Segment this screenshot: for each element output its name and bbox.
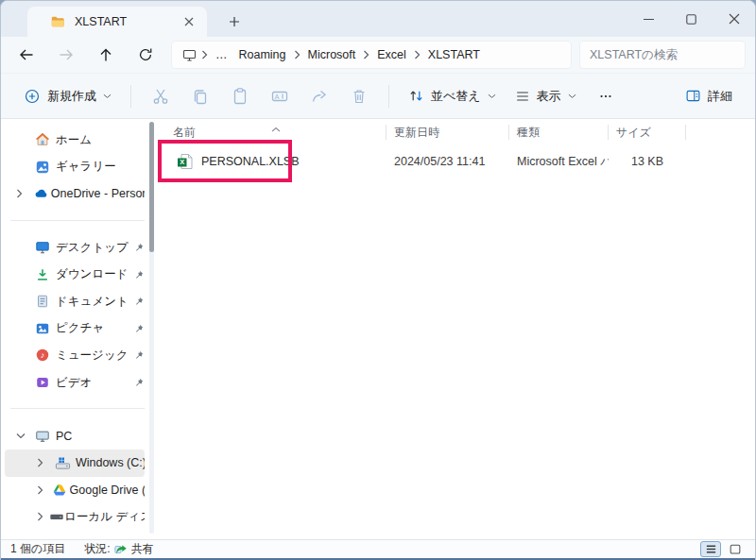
sidebar-item-pc[interactable]: PC xyxy=(5,422,145,450)
sidebar-item-pictures[interactable]: ピクチャ xyxy=(5,315,145,343)
expand-chevron-icon[interactable] xyxy=(37,512,49,521)
back-button[interactable] xyxy=(10,41,43,69)
videos-icon xyxy=(35,375,56,390)
column-name[interactable]: 名前 xyxy=(158,122,387,143)
toolbar-divider xyxy=(130,85,131,108)
sidebar-item-documents[interactable]: ドキュメント xyxy=(5,288,145,315)
view-button[interactable]: 表示 xyxy=(506,80,586,112)
paste-icon xyxy=(231,87,249,106)
chevron-right-icon[interactable] xyxy=(412,50,422,59)
search-box[interactable] xyxy=(579,41,746,69)
home-icon xyxy=(35,132,56,147)
pin-icon xyxy=(133,296,145,307)
sidebar-item-videos[interactable]: ビデオ xyxy=(5,369,145,397)
breadcrumb-xlstart[interactable]: XLSTART xyxy=(422,46,486,63)
cut-button[interactable] xyxy=(141,80,180,112)
chevron-right-icon[interactable] xyxy=(199,50,210,59)
sidebar-item-label: OneDrive - Personal xyxy=(51,187,145,200)
pin-icon xyxy=(133,269,145,280)
pc-icon xyxy=(35,429,56,444)
search-input[interactable] xyxy=(590,48,735,61)
sort-button[interactable]: 並べ替え xyxy=(399,80,506,112)
plus-circle-icon xyxy=(24,88,41,105)
refresh-button[interactable] xyxy=(129,41,162,69)
share-icon xyxy=(310,87,329,106)
copy-button[interactable] xyxy=(180,80,220,112)
forward-button[interactable] xyxy=(50,41,82,69)
status-label: 状況: xyxy=(84,541,110,557)
chevron-right-icon[interactable] xyxy=(292,50,302,59)
minimize-button[interactable] xyxy=(627,1,670,37)
details-pane-icon xyxy=(685,88,701,104)
column-name-label: 名前 xyxy=(173,125,196,141)
excel-file-icon: X xyxy=(177,153,194,170)
share-status: 状況: 共有 xyxy=(84,541,153,557)
scrollbar-thumb[interactable] xyxy=(149,122,154,252)
sidebar-item-label: ホーム xyxy=(56,132,92,148)
file-name-cell[interactable]: X PERSONAL.XLSB xyxy=(158,153,387,170)
svg-text:X: X xyxy=(180,158,184,166)
column-type[interactable]: 種類 xyxy=(509,122,609,143)
new-button[interactable]: 新規作成 xyxy=(14,80,121,112)
breadcrumb-microsoft[interactable]: Microsoft xyxy=(302,46,362,63)
large-icons-view-toggle[interactable] xyxy=(725,541,746,557)
sidebar-item-label: Google Drive (X:) xyxy=(70,484,145,497)
main-area: ホーム ギャラリー OneDrive - Personal デスクトップ xyxy=(1,119,755,539)
svg-text:A: A xyxy=(274,92,279,100)
documents-icon xyxy=(35,294,56,309)
sidebar-item-label: Windows (C:) xyxy=(76,456,145,469)
file-size: 13 KB xyxy=(609,155,686,168)
share-button[interactable] xyxy=(300,80,339,112)
file-list-pane: 名前 更新日時 種類 サイズ X xyxy=(158,119,755,539)
up-button[interactable] xyxy=(90,41,122,69)
chevron-right-icon[interactable] xyxy=(361,50,371,59)
chevron-down-icon xyxy=(103,93,112,99)
details-view-toggle[interactable] xyxy=(700,541,721,557)
breadcrumb-roaming[interactable]: Roaming xyxy=(233,46,292,63)
sidebar-item-windows-c[interactable]: Windows (C:) xyxy=(5,450,145,477)
column-header-row: 名前 更新日時 種類 サイズ xyxy=(158,122,755,143)
column-size[interactable]: サイズ xyxy=(609,122,686,143)
view-list-icon xyxy=(515,89,530,104)
tab-xlstart[interactable]: XLSTART xyxy=(27,7,207,37)
expand-chevron-icon[interactable] xyxy=(16,189,33,198)
breadcrumb-excel[interactable]: Excel xyxy=(371,46,412,63)
new-button-label: 新規作成 xyxy=(47,88,96,105)
details-view-icon xyxy=(705,543,717,555)
sidebar-item-onedrive[interactable]: OneDrive - Personal xyxy=(5,180,145,208)
breadcrumb-ellipsis[interactable]: … xyxy=(210,46,233,63)
sidebar-item-music[interactable]: ♪ ミュージック xyxy=(5,342,145,369)
sidebar-item-network[interactable]: ネットワーク xyxy=(5,531,145,539)
sidebar-item-desktop[interactable]: デスクトップ xyxy=(5,234,145,262)
expand-chevron-icon[interactable] xyxy=(37,458,55,467)
tab-close-icon[interactable] xyxy=(179,11,199,32)
sidebar-item-google-drive[interactable]: Google Drive (X:) xyxy=(5,477,145,504)
local-disk-icon xyxy=(49,509,64,524)
sidebar-item-label: ダウンロード xyxy=(56,266,128,282)
sidebar-item-label: ピクチャ xyxy=(56,320,104,336)
rename-icon: A xyxy=(270,87,289,106)
details-pane-label: 詳細 xyxy=(708,88,732,105)
view-toggles xyxy=(700,541,746,557)
breadcrumb[interactable]: … Roaming Microsoft Excel XLSTART xyxy=(171,41,572,69)
paste-button[interactable] xyxy=(220,80,260,112)
sidebar-item-gallery[interactable]: ギャラリー xyxy=(5,154,145,181)
close-button[interactable] xyxy=(713,1,755,37)
sidebar-scrollbar[interactable] xyxy=(149,122,154,534)
collapse-chevron-icon[interactable] xyxy=(16,433,35,439)
delete-button[interactable] xyxy=(339,80,379,112)
column-modified[interactable]: 更新日時 xyxy=(387,122,509,143)
details-pane-button[interactable]: 詳細 xyxy=(676,80,742,112)
large-icons-view-icon xyxy=(729,543,742,556)
sort-button-label: 並べ替え xyxy=(431,88,481,105)
this-pc-icon[interactable] xyxy=(180,47,199,63)
expand-chevron-icon[interactable] xyxy=(37,485,52,495)
new-tab-button[interactable] xyxy=(222,9,247,34)
sidebar-item-downloads[interactable]: ダウンロード xyxy=(5,261,145,288)
rename-button[interactable]: A xyxy=(260,80,300,112)
more-button[interactable] xyxy=(586,80,626,112)
sidebar-item-local-disk-z[interactable]: ローカル ディスク (Z:) xyxy=(5,503,145,531)
file-row-personal-xlsb[interactable]: X PERSONAL.XLSB 2024/05/23 11:41 Microso… xyxy=(158,144,687,178)
maximize-button[interactable] xyxy=(670,1,713,37)
sidebar-item-home[interactable]: ホーム xyxy=(5,127,145,154)
